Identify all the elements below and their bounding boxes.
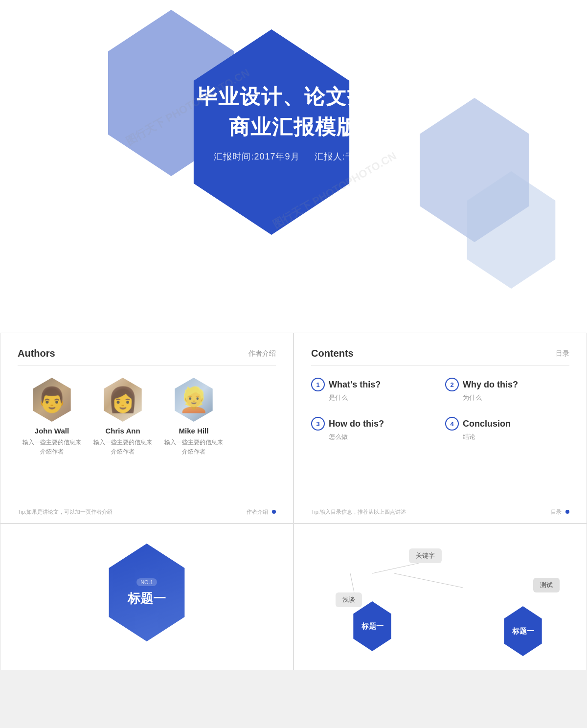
author-desc-3: 输入一些主要的信息来介绍作者	[164, 438, 223, 456]
authors-tip-text: Tip:如果是讲论文，可以加一页作者介绍	[18, 508, 113, 516]
content-item-4: 4 Conclusion 结论	[445, 417, 569, 441]
author-avatar-3	[172, 378, 216, 422]
content-item-3-header: 3 How do this?	[311, 417, 435, 431]
author-desc-2: 输入一些主要的信息来介绍作者	[93, 438, 152, 456]
title-hexagon: NO.1 标题一	[103, 544, 191, 641]
authors-container: John Wall 输入一些主要的信息来介绍作者 Chris Ann 输入一些主…	[18, 378, 276, 456]
cover-subtitle: 汇报时间:2017年9月 汇报人:千图网	[197, 151, 390, 162]
content-title-4-cn: 结论	[463, 432, 569, 441]
cover-title-line1: 毕业设计、论文报告	[197, 83, 390, 111]
content-number-3: 3	[311, 417, 325, 431]
author-avatar-1	[30, 378, 74, 422]
date-label: 汇报时间:	[214, 152, 254, 161]
mindmap-right-label: 标题一	[512, 627, 534, 636]
contents-title-cn: 目录	[556, 349, 569, 358]
contents-tip-label: 目录	[551, 509, 562, 515]
contents-title-en: Contents	[311, 348, 354, 359]
contents-tip-label-group: 目录	[551, 508, 569, 516]
author-face-3	[179, 386, 209, 414]
authors-title-en: Authors	[18, 348, 55, 359]
contents-tip-text: Tip:输入目录信息，推荐从以上四点讲述	[311, 508, 406, 516]
content-number-2: 2	[445, 378, 459, 391]
svg-line-1	[394, 573, 463, 588]
content-title-1-cn: 是什么	[329, 393, 435, 402]
author-avatar-2	[101, 378, 145, 422]
contents-panel: Contents 目录 1 What's this? 是什么 2 Why do …	[294, 333, 587, 523]
mindmap-node-test: 测试	[533, 578, 560, 592]
author-name-2: Chris Ann	[105, 427, 140, 435]
author-name-1: John Wall	[35, 427, 69, 435]
authors-header: Authors 作者介绍	[18, 348, 276, 365]
content-item-3: 3 How do this? 怎么做	[311, 417, 435, 441]
cover-text: 毕业设计、论文报告 商业汇报模版 汇报时间:2017年9月 汇报人:千图网	[197, 83, 390, 162]
mindmap-node-keyword: 关键字	[409, 548, 442, 563]
authors-tip-dot	[272, 510, 276, 514]
content-item-1-header: 1 What's this?	[311, 378, 435, 391]
content-title-3-en: How do this?	[329, 419, 384, 429]
contents-tip-dot	[565, 510, 569, 514]
slides-row-2: Authors 作者介绍 John Wall 输入一些主要的信息来介绍作者 Ch…	[0, 333, 587, 523]
mindmap-container: 标题一 关键字 测试 浅谈 标题一	[311, 539, 569, 661]
author-item-1: John Wall 输入一些主要的信息来介绍作者	[23, 378, 81, 456]
cover-title-line2: 商业汇报模版	[197, 114, 390, 141]
authors-tip: Tip:如果是讲论文，可以加一页作者介绍 作者介绍	[18, 508, 276, 516]
slide-cover: 毕业设计、论文报告 商业汇报模版 汇报时间:2017年9月 汇报人:千图网 图行…	[0, 0, 587, 333]
content-item-1: 1 What's this? 是什么	[311, 378, 435, 402]
title-hex-text: 标题一	[128, 590, 166, 607]
content-number-1: 1	[311, 378, 325, 391]
mindmap-node-shallow: 浅谈	[336, 592, 362, 607]
title-hex-container: NO.1 标题一	[18, 544, 276, 641]
content-item-2: 2 Why do this? 为什么	[445, 378, 569, 402]
author-item-3: Mike Hill 输入一些主要的信息来介绍作者	[164, 378, 223, 456]
authors-tip-label: 作者介绍	[247, 509, 268, 515]
reporter-value: 千图网	[345, 152, 373, 161]
title-hex-label: NO.1	[136, 578, 157, 586]
content-title-1-en: What's this?	[329, 380, 381, 390]
content-title-4-en: Conclusion	[463, 419, 511, 429]
author-item-2: Chris Ann 输入一些主要的信息来介绍作者	[93, 378, 152, 456]
slide-mindmap-panel: 标题一 关键字 测试 浅谈 标题一	[294, 523, 587, 670]
date-value: 2017年9月	[254, 152, 299, 161]
content-item-4-header: 4 Conclusion	[445, 417, 569, 431]
author-desc-1: 输入一些主要的信息来介绍作者	[23, 438, 81, 456]
svg-line-0	[372, 563, 419, 573]
content-title-2-en: Why do this?	[463, 380, 518, 390]
contents-grid: 1 What's this? 是什么 2 Why do this? 为什么 3 …	[311, 378, 569, 441]
content-item-2-header: 2 Why do this?	[445, 378, 569, 391]
author-face-1	[37, 386, 67, 414]
slides-row-3: NO.1 标题一 标题一 关键字 测试 浅谈	[0, 523, 587, 670]
authors-title-cn: 作者介绍	[248, 349, 276, 358]
contents-tip: Tip:输入目录信息，推荐从以上四点讲述 目录	[311, 508, 569, 516]
contents-header: Contents 目录	[311, 348, 569, 365]
authors-tip-label-group: 作者介绍	[247, 508, 276, 516]
author-name-3: Mike Hill	[179, 427, 209, 435]
content-title-3-cn: 怎么做	[329, 432, 435, 441]
slide-title-panel: NO.1 标题一	[0, 523, 294, 670]
content-number-4: 4	[445, 417, 459, 431]
content-title-2-cn: 为什么	[463, 393, 569, 402]
author-face-2	[108, 386, 138, 414]
reporter-label: 汇报人:	[315, 152, 345, 161]
authors-panel: Authors 作者介绍 John Wall 输入一些主要的信息来介绍作者 Ch…	[0, 333, 294, 523]
